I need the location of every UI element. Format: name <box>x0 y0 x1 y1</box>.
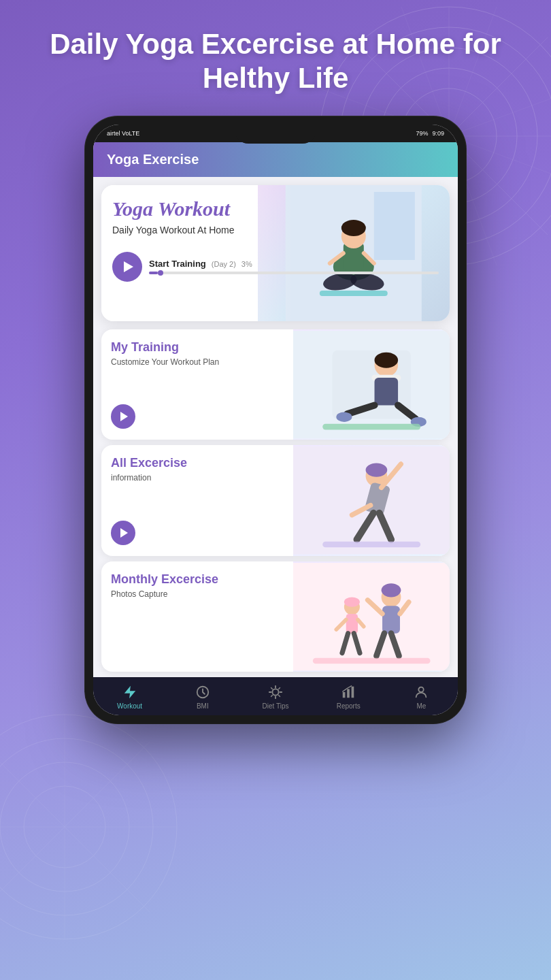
yoga-workout-card[interactable]: Yoga Workout Daily Yoga Workout At Home … <box>101 185 450 321</box>
all-exercise-image <box>293 445 450 555</box>
svg-point-14 <box>0 738 153 915</box>
monthly-exercise-content: Monthly Excercise Photos Capture <box>101 561 293 672</box>
yoga-card-text: Yoga Workout Daily Yoga Workout At Home … <box>101 185 450 321</box>
nav-workout[interactable]: Workout <box>93 684 166 710</box>
workout-icon <box>122 684 138 700</box>
svg-point-40 <box>336 412 352 421</box>
bmi-icon <box>195 684 211 700</box>
start-training-row: Start Training (Day 2) 3% <box>112 246 439 287</box>
me-icon <box>413 684 429 700</box>
svg-point-35 <box>374 352 398 368</box>
bmi-label: BMI <box>197 702 209 710</box>
monthly-exercise-card[interactable]: Monthly Excercise Photos Capture <box>101 561 450 672</box>
app-header: Yoga Exercise <box>93 142 458 177</box>
all-exercise-card[interactable]: All Excercise information <box>101 445 450 555</box>
all-exercise-arrow[interactable] <box>111 521 135 545</box>
battery-text: 79% <box>416 130 428 137</box>
progress-track <box>149 272 439 274</box>
nav-me[interactable]: Me <box>385 684 458 710</box>
my-training-title: My Training <box>111 340 284 355</box>
all-exercise-content: All Excercise information <box>101 445 293 555</box>
start-training-label: Start Training <box>149 259 206 269</box>
monthly-exercise-title: Monthly Excercise <box>111 572 284 587</box>
monthly-exercise-image <box>293 561 450 672</box>
svg-line-19 <box>0 742 150 912</box>
carrier-text: airtel VoLTE <box>107 130 139 137</box>
nav-bmi[interactable]: BMI <box>166 684 239 710</box>
svg-line-76 <box>279 687 280 689</box>
nav-diet-tips[interactable]: Diet Tips <box>239 684 312 710</box>
arrow-icon <box>120 412 128 421</box>
svg-point-45 <box>365 463 387 477</box>
svg-line-77 <box>271 696 272 697</box>
svg-point-15 <box>0 762 129 892</box>
content-area: Yoga Workout Daily Yoga Workout At Home … <box>93 185 458 672</box>
svg-point-81 <box>419 687 424 692</box>
svg-rect-52 <box>293 563 450 670</box>
yoga-card-subtitle: Daily Yoga Workout At Home <box>112 225 439 235</box>
time-text: 9:09 <box>432 130 444 137</box>
svg-rect-37 <box>374 378 398 405</box>
all-exercise-title: All Excercise <box>111 456 284 470</box>
svg-rect-42 <box>322 424 420 430</box>
monthly-exercise-desc: Photos Capture <box>111 589 284 599</box>
svg-point-16 <box>24 786 105 868</box>
svg-point-61 <box>381 583 401 597</box>
my-training-card[interactable]: My Training Customize Your Workout Plan <box>101 329 450 440</box>
svg-point-69 <box>272 689 278 695</box>
workout-label: Workout <box>117 702 142 710</box>
svg-rect-51 <box>322 542 420 548</box>
day-label: (Day 2) <box>212 260 236 268</box>
svg-rect-67 <box>312 657 430 664</box>
svg-line-74 <box>271 687 272 689</box>
svg-rect-78 <box>343 692 346 698</box>
notch <box>235 125 316 144</box>
status-bar: airtel VoLTE 79% 9:09 <box>93 125 458 142</box>
svg-rect-79 <box>347 689 350 698</box>
phone-screen: airtel VoLTE 79% 9:09 Yoga Exercise <box>93 125 458 715</box>
hero-title: Daily Yoga Excercise at Home for Helthy … <box>0 0 551 110</box>
play-button[interactable] <box>112 252 142 282</box>
all-exercise-desc: information <box>111 473 284 483</box>
me-label: Me <box>416 702 426 710</box>
diet-tips-label: Diet Tips <box>263 702 289 710</box>
phone-mockup: airtel VoLTE 79% 9:09 Yoga Exercise <box>0 116 551 723</box>
arrow-icon-2 <box>120 528 128 538</box>
bg-mandala-bottom <box>0 708 184 946</box>
training-info: Start Training (Day 2) 3% <box>149 259 439 274</box>
svg-rect-80 <box>352 687 354 698</box>
svg-line-20 <box>0 742 150 912</box>
app-header-title: Yoga Exercise <box>107 152 199 167</box>
progress-fill <box>149 272 158 274</box>
play-icon <box>124 261 133 272</box>
my-training-content: My Training Customize Your Workout Plan <box>101 329 293 440</box>
monthly-exercise-svg <box>293 561 450 672</box>
svg-point-13 <box>0 715 177 939</box>
progress-dot <box>158 270 163 276</box>
my-training-image <box>293 329 450 440</box>
reports-icon <box>340 684 356 700</box>
svg-rect-55 <box>346 613 357 633</box>
yoga-card-title: Yoga Workout <box>112 197 439 220</box>
all-exercise-svg <box>293 445 450 555</box>
my-training-desc: Customize Your Workout Plan <box>111 357 284 367</box>
my-training-svg <box>293 329 450 440</box>
svg-line-75 <box>279 696 280 697</box>
my-training-arrow[interactable] <box>111 404 135 429</box>
reports-label: Reports <box>337 702 361 710</box>
phone-frame: airtel VoLTE 79% 9:09 Yoga Exercise <box>85 116 466 723</box>
nav-reports[interactable]: Reports <box>312 684 385 710</box>
svg-rect-62 <box>382 606 400 633</box>
svg-point-54 <box>344 597 359 606</box>
bottom-nav: Workout BMI <box>93 677 458 715</box>
diet-tips-icon <box>267 684 284 700</box>
progress-pct: 3% <box>241 260 252 268</box>
